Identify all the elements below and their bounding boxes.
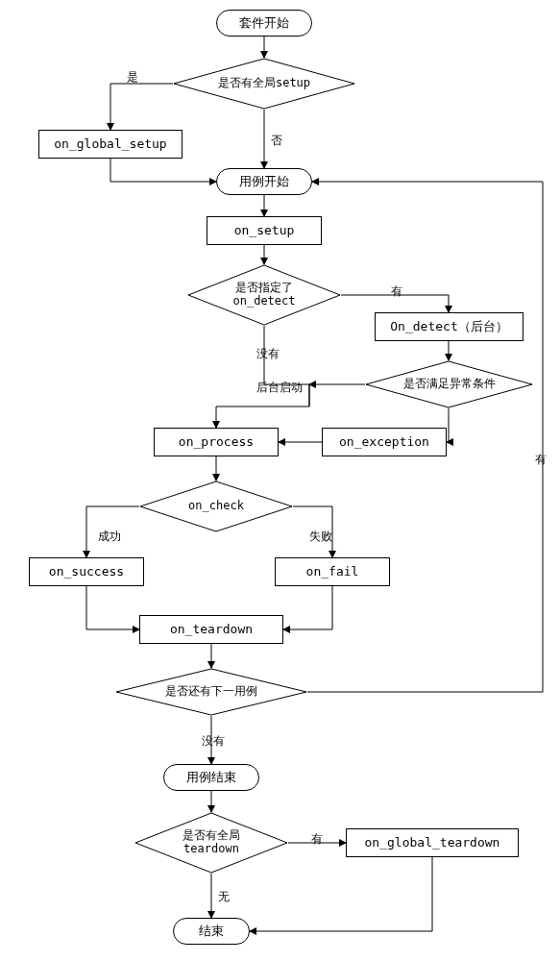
decision-next-case: 是否还有下一用例 [115, 668, 307, 716]
decision-on-check-label: on_check [188, 500, 244, 513]
on-exception-label: on_exception [339, 434, 429, 451]
on-setup-label: on_setup [234, 223, 295, 239]
case-start-terminator: 用例开始 [216, 168, 312, 195]
edge-nothave-detect: 没有 [255, 346, 281, 362]
edge-nothave-next: 没有 [200, 733, 227, 750]
on-success-label: on_success [49, 564, 124, 580]
decision-global-setup-label: 是否有全局setup [218, 77, 310, 90]
start-label: 套件开始 [239, 15, 289, 32]
on-fail-label: on_fail [306, 564, 359, 580]
on-exception-process: on_exception [322, 428, 447, 456]
edge-have-detect: 有 [389, 283, 404, 300]
edge-no: 否 [269, 133, 284, 149]
decision-exception-label: 是否满足异常条件 [403, 378, 496, 391]
on-global-setup-process: on_global_setup [38, 130, 183, 159]
on-detect-label: On_detect（后台） [390, 319, 507, 335]
case-start-label: 用例开始 [239, 174, 289, 190]
decision-on-detect-label: 是否指定了 on_detect [232, 282, 295, 308]
decision-on-detect: 是否指定了 on_detect [187, 264, 341, 326]
decision-global-setup: 是否有全局setup [173, 58, 355, 110]
on-teardown-process: on_teardown [139, 615, 283, 644]
edge-none-gtd: 无 [216, 889, 231, 905]
decision-global-teardown: 是否有全局 teardown [134, 812, 288, 874]
start-terminator: 套件开始 [216, 10, 312, 37]
on-detect-process: On_detect（后台） [375, 312, 523, 341]
on-global-setup-label: on_global_setup [54, 136, 166, 153]
end-label: 结束 [199, 924, 224, 940]
decision-next-case-label: 是否还有下一用例 [165, 685, 257, 699]
decision-exception: 是否满足异常条件 [365, 360, 533, 408]
edge-have-gtd: 有 [309, 831, 325, 848]
on-global-teardown-process: on_global_teardown [346, 828, 519, 857]
on-global-teardown-label: on_global_teardown [365, 835, 500, 851]
on-process-label: on_process [179, 434, 254, 451]
on-fail-process: on_fail [275, 557, 390, 586]
edge-have-next: 有 [533, 452, 548, 468]
edge-yes: 是 [125, 69, 140, 86]
on-process-process: on_process [154, 428, 279, 456]
on-teardown-label: on_teardown [170, 622, 253, 638]
decision-on-check: on_check [139, 480, 293, 532]
edge-fail: 失败 [307, 529, 334, 545]
case-end-terminator: 用例结束 [163, 764, 259, 791]
edge-bg-start: 后台启动 [255, 380, 304, 396]
end-terminator: 结束 [173, 918, 250, 945]
decision-global-teardown-label: 是否有全局 teardown [183, 829, 240, 856]
edge-success: 成功 [96, 529, 123, 545]
on-setup-process: on_setup [207, 216, 322, 245]
case-end-label: 用例结束 [186, 770, 236, 786]
on-success-process: on_success [29, 557, 144, 586]
